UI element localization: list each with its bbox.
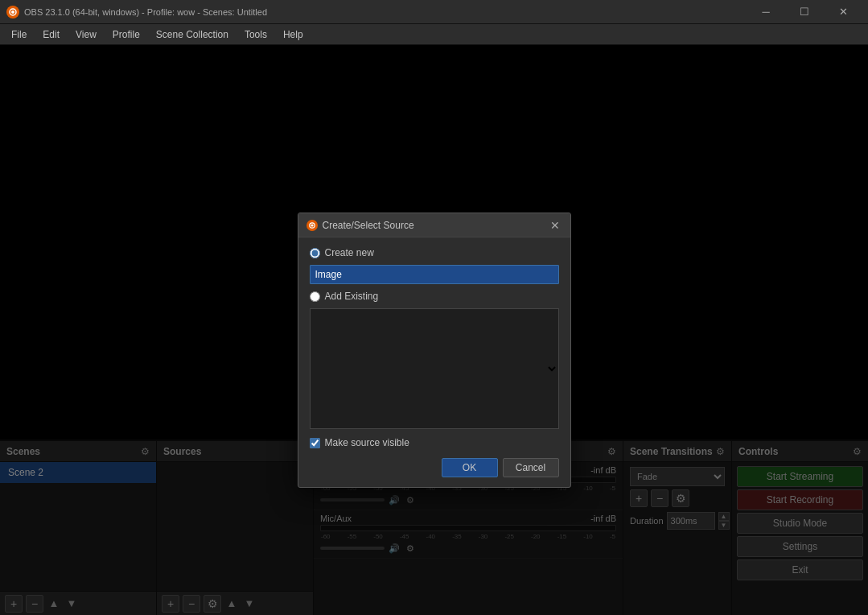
menubar: File Edit View Profile Scene Collection … [0, 24, 868, 45]
svg-point-3 [311, 224, 313, 226]
add-existing-radio[interactable] [310, 291, 320, 302]
obs-icon [6, 6, 19, 19]
window-title: OBS 23.1.0 (64-bit, windows) - Profile: … [24, 7, 747, 17]
menu-item-view[interactable]: View [68, 26, 105, 43]
create-new-label: Create new [325, 247, 374, 258]
create-new-row: Create new [310, 247, 559, 258]
make-source-visible-checkbox[interactable] [310, 438, 320, 448]
menu-item-edit[interactable]: Edit [35, 26, 68, 43]
menu-item-file[interactable]: File [3, 26, 35, 43]
dialog-title: Create/Select Source [306, 220, 414, 231]
dialog-obs-icon [306, 220, 318, 231]
close-button[interactable]: ✕ [825, 0, 862, 24]
source-name-input[interactable] [310, 265, 559, 284]
minimize-button[interactable]: ─ [747, 0, 784, 24]
make-source-visible-label: Make source visible [325, 437, 409, 448]
dialog-cancel-button[interactable]: Cancel [503, 458, 559, 477]
titlebar: OBS 23.1.0 (64-bit, windows) - Profile: … [0, 0, 868, 24]
dialog-footer: OK Cancel [310, 458, 559, 477]
dialog-title-label: Create/Select Source [323, 220, 414, 231]
menu-item-scene-collection[interactable]: Scene Collection [148, 26, 237, 43]
add-existing-row: Add Existing [310, 291, 559, 302]
create-select-source-dialog: Create/Select Source ✕ Create new Add Ex… [298, 213, 571, 488]
maximize-button[interactable]: ☐ [786, 0, 823, 24]
window-controls: ─ ☐ ✕ [747, 0, 862, 24]
make-visible-row: Make source visible [310, 437, 559, 448]
dialog-overlay: Create/Select Source ✕ Create new Add Ex… [0, 69, 868, 615]
existing-sources-list[interactable] [310, 308, 559, 429]
dialog-body: Create new Add Existing Make source visi… [298, 237, 570, 487]
svg-point-1 [11, 10, 14, 14]
create-new-radio[interactable] [310, 248, 320, 258]
dialog-ok-button[interactable]: OK [442, 458, 498, 477]
menu-item-profile[interactable]: Profile [105, 26, 148, 43]
menu-item-help[interactable]: Help [275, 26, 311, 43]
dialog-titlebar: Create/Select Source ✕ [298, 213, 570, 237]
menu-item-tools[interactable]: Tools [237, 26, 275, 43]
dialog-close-button[interactable]: ✕ [548, 218, 562, 233]
add-existing-label: Add Existing [325, 291, 379, 302]
